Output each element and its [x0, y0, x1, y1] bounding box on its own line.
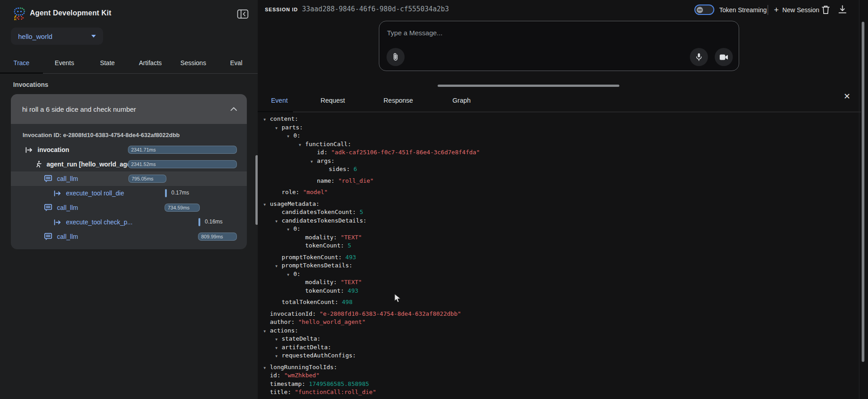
trash-icon [821, 5, 830, 14]
trace-span-label: execute_tool roll_die [66, 190, 124, 197]
collapse-arrow-icon[interactable]: ▼ [287, 228, 293, 232]
collapse-arrow-icon[interactable]: ▼ [275, 337, 282, 342]
json-value: 5 [359, 209, 363, 215]
trace-span-row[interactable]: call_llm795.05ms [11, 171, 247, 186]
collapse-arrow-icon[interactable]: ▼ [264, 329, 270, 333]
tab-state[interactable]: State [86, 52, 129, 73]
agent-select-dropdown[interactable]: hello_world [11, 28, 103, 45]
json-line: ▼stateDelta: [264, 335, 859, 344]
session-id-value: 33aad288-9846-46f6-980d-cf555034a2b3 [302, 5, 449, 13]
adk-robot-logo-icon [12, 6, 27, 22]
json-key: stateDelta: [282, 335, 321, 342]
token-streaming-label: Token Streaming [719, 6, 767, 14]
message-input[interactable]: Type a Message... [387, 29, 443, 37]
main-scrollbar-thumb[interactable] [862, 22, 864, 362]
collapse-sidebar-icon[interactable] [237, 9, 249, 19]
collapse-arrow-icon[interactable]: ▼ [264, 203, 270, 207]
video-camera-icon [719, 54, 728, 61]
json-value: "TEXT" [340, 279, 362, 285]
json-value: 1749586585.858985 [309, 380, 369, 387]
collapse-arrow-icon[interactable]: ▼ [287, 134, 293, 138]
mouse-cursor [394, 294, 401, 303]
collapse-arrow-icon[interactable]: ▼ [275, 346, 282, 350]
download-icon [838, 5, 847, 14]
chat-icon [44, 233, 52, 241]
detail-tab-event[interactable]: Event [258, 89, 301, 112]
json-line: id:"wmZhkbed" [264, 372, 859, 380]
collapse-arrow-icon[interactable]: ▼ [275, 126, 282, 130]
delete-session-button[interactable] [821, 5, 830, 14]
microphone-button[interactable] [690, 48, 708, 66]
trace-span-row[interactable]: agent_run [hello_world_agent]2341.52ms [11, 157, 247, 171]
json-line: ▼args: [264, 157, 859, 166]
token-streaming-toggle[interactable] [694, 5, 714, 15]
json-line: totalTokenCount:498 [264, 299, 859, 307]
json-key: invocationId: [270, 310, 316, 317]
video-button[interactable] [715, 48, 733, 66]
attach-file-button[interactable] [387, 48, 405, 66]
json-line: id:"adk-caf25106-f0c7-451f-86e4-3c6d7e8f… [264, 149, 859, 157]
tab-sessions[interactable]: Sessions [172, 52, 215, 73]
json-line: modality:"TEXT" [264, 234, 859, 242]
duration-label: 0.16ms [205, 218, 222, 225]
json-line: ▼content: [264, 115, 859, 124]
trace-span-label: call_llm [57, 233, 78, 240]
trace-span-row[interactable]: call_llm734.59ms [11, 200, 247, 215]
new-session-button[interactable]: + New Session [774, 6, 819, 14]
tab-artifacts[interactable]: Artifacts [129, 52, 172, 73]
plus-icon: + [774, 7, 779, 13]
horizontal-scrollbar-thumb[interactable] [438, 85, 619, 87]
event-detail-tabs: EventRequestResponseGraph [258, 89, 861, 112]
invocation-card-header[interactable]: hi roll a 6 side dice and check number [11, 94, 247, 124]
json-line: tokenCount:493 [264, 287, 859, 296]
header-divider [768, 5, 768, 15]
collapse-arrow-icon[interactable]: ▼ [299, 143, 305, 147]
json-value: "e-2808fd10-6383-4754-8de4-632af8022dbb" [320, 310, 461, 317]
trace-span-row[interactable]: execute_tool check_p...0.16ms [11, 215, 247, 229]
tab-trace[interactable]: Trace [0, 52, 43, 73]
trace-span-row[interactable]: call_llm809.99ms [11, 229, 247, 244]
json-value: "roll_die" [338, 177, 373, 184]
detail-tab-graph[interactable]: Graph [432, 89, 491, 112]
collapse-arrow-icon[interactable]: ▼ [264, 118, 270, 122]
event-json-viewer: ▼content:▼parts:▼0:▼functionCall:id:"adk… [258, 112, 859, 399]
close-detail-button[interactable]: ✕ [844, 91, 850, 101]
invocation-prompt: hi roll a 6 side dice and check number [22, 105, 231, 113]
session-id-label: SESSION ID [265, 7, 298, 12]
export-session-button[interactable] [838, 5, 847, 14]
tab-eval[interactable]: Eval [215, 52, 258, 73]
json-line: ▼requestedAuthConfigs: [264, 352, 859, 361]
json-value: 493 [348, 287, 358, 294]
collapse-arrow-icon[interactable]: ▼ [264, 366, 270, 370]
trace-span-row[interactable]: execute_tool roll_die0.17ms [11, 186, 247, 200]
json-line: tokenCount:5 [264, 242, 859, 251]
json-key: sides: [329, 166, 350, 172]
detail-tab-request[interactable]: Request [301, 89, 364, 112]
trace-span-row[interactable]: invocation2341.71ms [11, 142, 247, 157]
flow-arrow-icon [53, 190, 61, 197]
collapse-arrow-icon[interactable]: ▼ [275, 219, 282, 223]
detail-tab-response[interactable]: Response [364, 89, 432, 112]
collapse-arrow-icon[interactable]: ▼ [311, 160, 317, 164]
json-line: modality:"TEXT" [264, 279, 859, 287]
duration-bar: 809.99ms [198, 233, 237, 241]
json-key: usageMetadata: [270, 200, 320, 207]
json-value: "hello_world_agent" [298, 318, 366, 325]
collapse-arrow-icon[interactable]: ▼ [275, 354, 282, 358]
new-session-label: New Session [783, 6, 820, 14]
flow-arrow-icon [53, 219, 61, 226]
json-line: ▼functionCall: [264, 141, 859, 149]
message-input-card: Type a Message... [379, 21, 739, 71]
json-line: invocationId:"e-2808fd10-6383-4754-8de4-… [264, 310, 859, 319]
chevron-down-icon [91, 35, 96, 38]
json-key: timestamp: [270, 380, 305, 387]
json-value: "wmZhkbed" [284, 372, 319, 379]
chevron-up-icon[interactable] [231, 107, 237, 111]
collapse-arrow-icon[interactable]: ▼ [275, 264, 282, 268]
json-value: "model" [303, 189, 328, 195]
json-key: functionCall: [305, 141, 351, 147]
json-line: ▼0: [264, 132, 859, 141]
tab-events[interactable]: Events [43, 52, 86, 73]
json-key: candidatesTokensDetails: [282, 217, 367, 224]
collapse-arrow-icon[interactable]: ▼ [287, 273, 293, 277]
